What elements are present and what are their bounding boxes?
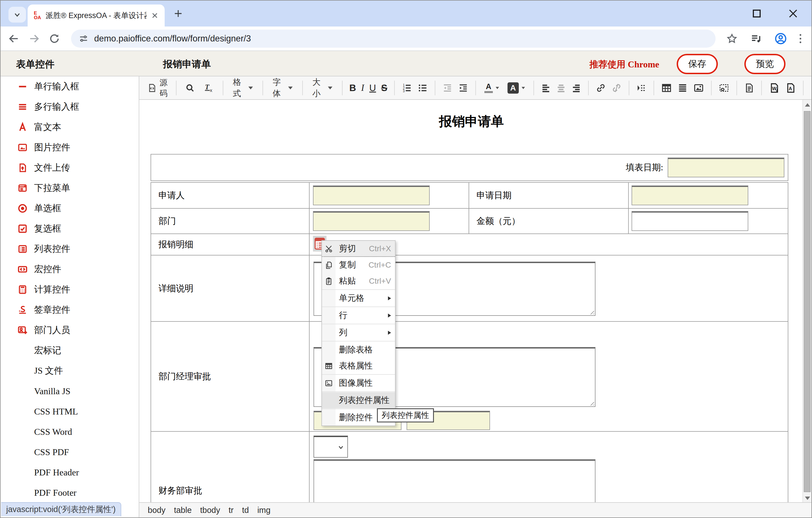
path-tr[interactable]: tr <box>229 506 234 515</box>
sidebar-item-rich-text[interactable]: 富文本 <box>1 117 139 137</box>
bookmark-star-icon[interactable] <box>726 33 737 44</box>
sidebar-item-pdf-footer[interactable]: PDF Footer <box>1 483 139 503</box>
editor-document[interactable]: 报销申请单 填表日期: 申请人 申请日期 部门 金额（元） 报销明细 <box>139 100 804 503</box>
menu-item-cell[interactable]: 单元格 <box>322 290 395 306</box>
horizontal-line-icon[interactable] <box>677 83 688 93</box>
font-combo[interactable]: 字体 <box>270 77 295 99</box>
applicant-input[interactable] <box>313 185 430 205</box>
unlink-icon[interactable] <box>611 83 622 93</box>
sidebar-item-js-file[interactable]: JS 文件 <box>1 361 139 381</box>
path-img[interactable]: img <box>257 506 271 515</box>
template-icon[interactable] <box>744 83 754 93</box>
browser-tab[interactable]: EOA 派胜® ExpressOA - 表单设计器 <box>28 4 165 27</box>
close-button[interactable] <box>788 8 799 19</box>
preview-button[interactable]: 预览 <box>744 54 785 74</box>
browser-menu-icon[interactable] <box>800 34 801 43</box>
bg-color-button[interactable]: A <box>506 81 527 95</box>
menu-item-paste[interactable]: 粘贴 Ctrl+V <box>322 273 395 289</box>
align-left-icon[interactable] <box>541 83 551 93</box>
url-bar[interactable]: demo.paioffice.com/flow/form/designer/3 <box>71 30 716 48</box>
forward-icon[interactable] <box>28 33 40 45</box>
finance-select[interactable] <box>314 436 348 458</box>
scrollbar-thumb[interactable] <box>804 111 811 492</box>
numbered-list-icon[interactable]: 123 <box>402 83 412 93</box>
sidebar-item-macro-control[interactable]: 宏控件 <box>1 259 139 280</box>
menu-item-image-properties[interactable]: 图像属性 <box>322 375 395 391</box>
menu-item-delete-table[interactable]: 删除表格 <box>322 342 395 358</box>
underline-button[interactable]: U <box>369 83 376 92</box>
path-td[interactable]: td <box>242 506 249 515</box>
scroll-up-arrow[interactable] <box>805 103 810 107</box>
editor-scrollbar[interactable] <box>803 100 811 503</box>
sidebar-item-vanilla-js[interactable]: Vanilla JS <box>1 381 139 401</box>
sidebar-item-calc-control[interactable]: 计算控件 <box>1 280 139 300</box>
find-icon[interactable] <box>183 82 197 94</box>
table-icon[interactable] <box>661 82 672 94</box>
source-button[interactable]: 源码 <box>145 76 169 100</box>
tab-search-button[interactable] <box>8 7 26 23</box>
browser-window: EOA 派胜® ExpressOA - 表单设计器 <box>0 0 812 518</box>
sidebar-item-multi-line-input[interactable]: 多行输入框 <box>1 97 139 117</box>
menu-item-cut[interactable]: 剪切 Ctrl+X <box>322 241 395 257</box>
sidebar-item-css-word[interactable]: CSS Word <box>1 422 139 442</box>
sidebar-item-css-pdf[interactable]: CSS PDF <box>1 442 139 462</box>
sidebar-item-pdf-header[interactable]: PDF Header <box>1 462 139 483</box>
size-combo[interactable]: 大小 <box>310 77 335 99</box>
form-field-icon[interactable] <box>718 82 730 94</box>
finance-approval-textarea[interactable] <box>314 459 596 503</box>
sidebar-item-css-html[interactable]: CSS HTML <box>1 401 139 422</box>
maximize-editor-icon[interactable] <box>810 82 812 94</box>
sidebar-item-single-line-input[interactable]: 单行输入框 <box>1 77 139 97</box>
align-right-icon[interactable] <box>571 83 581 93</box>
sidebar-item-file-upload[interactable]: 文件上传 <box>1 157 139 178</box>
format-combo[interactable]: 格式 <box>230 77 256 99</box>
amount-input[interactable] <box>632 211 748 231</box>
menu-item-row[interactable]: 行 <box>322 307 395 323</box>
menu-item-table-properties[interactable]: 表格属性 <box>322 358 395 374</box>
align-center-icon[interactable] <box>556 83 566 93</box>
sidebar-item-department-personnel[interactable]: 部门人员 <box>1 320 139 340</box>
apply-date-input[interactable] <box>632 185 748 205</box>
sidebar-item-dropdown-menu[interactable]: 下拉菜单 <box>1 178 139 198</box>
outdent-icon[interactable] <box>442 83 453 93</box>
bulleted-list-icon[interactable] <box>417 83 428 93</box>
sidebar-item-checkbox[interactable]: 复选框 <box>1 219 139 239</box>
export-pdf-icon[interactable]: A <box>785 82 796 94</box>
reading-list-icon[interactable] <box>750 33 762 45</box>
path-tbody[interactable]: tbody <box>200 506 220 515</box>
italic-button[interactable]: I <box>361 83 364 92</box>
sidebar-item-image-control[interactable]: 图片控件 <box>1 137 139 157</box>
svg-text:A: A <box>789 86 792 91</box>
profile-avatar-icon[interactable] <box>774 32 787 45</box>
form-controls-sidebar: 单行输入框 多行输入框 富文本 图片控件 文件上传 下拉菜单 单选框 复选框 <box>1 76 139 517</box>
reload-icon[interactable] <box>49 33 60 45</box>
back-icon[interactable] <box>8 33 20 45</box>
text-color-button[interactable]: A <box>483 82 501 94</box>
save-button[interactable]: 保存 <box>677 54 718 74</box>
path-table[interactable]: table <box>174 506 192 515</box>
fill-date-input[interactable] <box>668 157 784 177</box>
indent-icon[interactable] <box>458 83 469 93</box>
scroll-down-arrow[interactable] <box>805 496 810 500</box>
sidebar-item-list-control[interactable]: 列表控件 <box>1 239 139 259</box>
menu-item-list-control-properties[interactable]: 列表控件属性 <box>322 392 395 408</box>
maximize-button[interactable] <box>753 9 761 18</box>
sidebar-item-radio[interactable]: 单选框 <box>1 198 139 219</box>
insert-image-icon[interactable] <box>693 82 704 94</box>
site-info-icon[interactable] <box>78 34 89 44</box>
export-word-icon[interactable]: W <box>768 82 780 94</box>
path-body[interactable]: body <box>148 506 166 515</box>
remove-format-icon[interactable]: Tx <box>202 82 216 94</box>
strikethrough-button[interactable]: S <box>381 83 387 92</box>
new-tab-button[interactable] <box>173 8 183 19</box>
main-form-table: 申请人 申请日期 部门 金额（元） 报销明细 详细说明 <box>150 182 788 503</box>
link-icon[interactable] <box>596 83 606 93</box>
menu-item-column[interactable]: 列 <box>322 324 395 341</box>
sidebar-item-macro-tag[interactable]: 宏标记 <box>1 340 139 361</box>
sidebar-item-signature-control[interactable]: 签章控件 <box>1 300 139 320</box>
tab-close-icon[interactable] <box>151 12 158 19</box>
department-input[interactable] <box>313 211 430 231</box>
bold-button[interactable]: B <box>349 83 356 92</box>
menu-item-copy[interactable]: 复制 Ctrl+C <box>322 257 395 273</box>
page-break-icon[interactable] <box>636 83 647 93</box>
